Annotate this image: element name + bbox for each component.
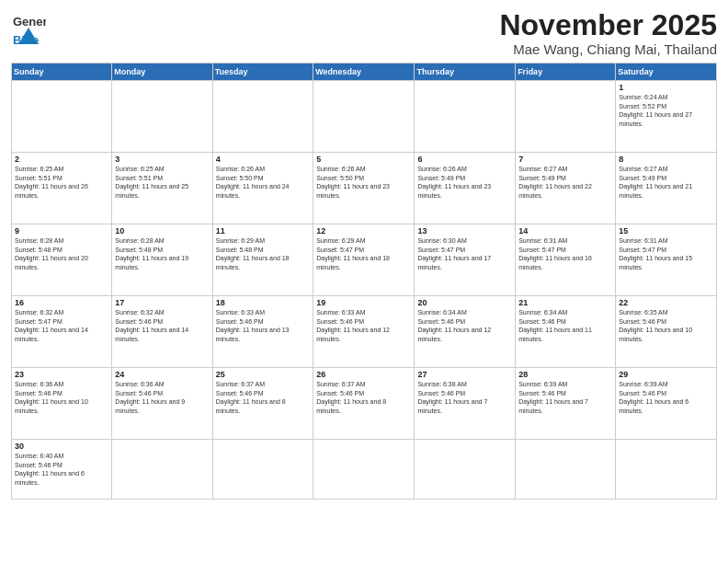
col-saturday: Saturday: [616, 63, 717, 81]
table-row: 1Sunrise: 6:24 AM Sunset: 5:52 PM Daylig…: [616, 81, 717, 153]
table-row: 20Sunrise: 6:34 AM Sunset: 5:46 PM Dayli…: [415, 296, 516, 368]
table-row: 4Sunrise: 6:26 AM Sunset: 5:50 PM Daylig…: [212, 153, 313, 224]
table-row: 18Sunrise: 6:33 AM Sunset: 5:46 PM Dayli…: [212, 296, 313, 368]
table-row: 23Sunrise: 6:36 AM Sunset: 5:46 PM Dayli…: [12, 368, 112, 440]
cell-info: Sunrise: 6:26 AM Sunset: 5:50 PM Dayligh…: [216, 165, 311, 200]
table-row: 8Sunrise: 6:27 AM Sunset: 5:49 PM Daylig…: [616, 153, 717, 224]
table-row: 17Sunrise: 6:32 AM Sunset: 5:46 PM Dayli…: [112, 296, 212, 368]
table-row: 10Sunrise: 6:28 AM Sunset: 5:48 PM Dayli…: [112, 224, 212, 296]
col-monday: Monday: [112, 63, 212, 81]
cell-info: Sunrise: 6:31 AM Sunset: 5:47 PM Dayligh…: [619, 236, 713, 271]
cell-date: 26: [316, 370, 411, 379]
cell-info: Sunrise: 6:36 AM Sunset: 5:46 PM Dayligh…: [15, 380, 108, 415]
table-row: 7Sunrise: 6:27 AM Sunset: 5:49 PM Daylig…: [516, 153, 616, 224]
cell-date: 17: [115, 298, 209, 307]
table-row: 5Sunrise: 6:26 AM Sunset: 5:50 PM Daylig…: [313, 153, 415, 224]
table-row: [415, 440, 516, 500]
cell-info: Sunrise: 6:39 AM Sunset: 5:46 PM Dayligh…: [518, 380, 612, 415]
cell-info: Sunrise: 6:31 AM Sunset: 5:47 PM Dayligh…: [518, 236, 612, 271]
table-row: 24Sunrise: 6:36 AM Sunset: 5:46 PM Dayli…: [112, 368, 212, 440]
cell-info: Sunrise: 6:27 AM Sunset: 5:49 PM Dayligh…: [619, 165, 713, 200]
cell-date: 6: [417, 155, 512, 164]
col-wednesday: Wednesday: [313, 63, 415, 81]
calendar-week-row: 9Sunrise: 6:28 AM Sunset: 5:48 PM Daylig…: [12, 224, 717, 296]
table-row: 11Sunrise: 6:29 AM Sunset: 5:48 PM Dayli…: [212, 224, 313, 296]
cell-date: 21: [518, 298, 612, 307]
cell-date: 16: [15, 298, 108, 307]
table-row: [212, 440, 313, 500]
cell-info: Sunrise: 6:32 AM Sunset: 5:46 PM Dayligh…: [115, 308, 209, 343]
cell-date: 19: [316, 298, 411, 307]
col-sunday: Sunday: [12, 63, 112, 81]
cell-info: Sunrise: 6:26 AM Sunset: 5:49 PM Dayligh…: [417, 165, 512, 200]
title-block: November 2025 Mae Wang, Chiang Mai, Thai…: [499, 9, 717, 57]
cell-info: Sunrise: 6:37 AM Sunset: 5:46 PM Dayligh…: [316, 380, 411, 415]
calendar-table: Sunday Monday Tuesday Wednesday Thursday…: [11, 63, 717, 500]
cell-date: 23: [15, 370, 108, 379]
table-row: 22Sunrise: 6:35 AM Sunset: 5:46 PM Dayli…: [616, 296, 717, 368]
cell-date: 28: [518, 370, 612, 379]
table-row: [616, 440, 717, 500]
cell-info: Sunrise: 6:39 AM Sunset: 5:46 PM Dayligh…: [619, 380, 713, 415]
location-title: Mae Wang, Chiang Mai, Thailand: [499, 41, 717, 57]
table-row: 27Sunrise: 6:38 AM Sunset: 5:46 PM Dayli…: [415, 368, 516, 440]
cell-date: 10: [115, 226, 209, 236]
table-row: [415, 81, 516, 153]
cell-date: 14: [518, 226, 612, 236]
calendar-week-row: 2Sunrise: 6:25 AM Sunset: 5:51 PM Daylig…: [12, 153, 717, 224]
table-row: [112, 440, 212, 500]
cell-info: Sunrise: 6:26 AM Sunset: 5:50 PM Dayligh…: [316, 165, 411, 200]
cell-date: 29: [619, 370, 713, 379]
table-row: [516, 81, 616, 153]
cell-date: 27: [417, 370, 512, 379]
cell-info: Sunrise: 6:30 AM Sunset: 5:47 PM Dayligh…: [417, 236, 512, 271]
table-row: 30Sunrise: 6:40 AM Sunset: 5:46 PM Dayli…: [12, 440, 112, 500]
table-row: [313, 81, 415, 153]
cell-date: 22: [619, 298, 713, 307]
cell-date: 12: [316, 226, 411, 236]
cell-date: 13: [417, 226, 512, 236]
cell-date: 18: [216, 298, 311, 307]
cell-info: Sunrise: 6:29 AM Sunset: 5:47 PM Dayligh…: [316, 236, 411, 271]
col-friday: Friday: [516, 63, 616, 81]
cell-info: Sunrise: 6:29 AM Sunset: 5:48 PM Dayligh…: [216, 236, 311, 271]
logo: General Blue: [11, 9, 50, 44]
table-row: [12, 81, 112, 153]
table-row: 12Sunrise: 6:29 AM Sunset: 5:47 PM Dayli…: [313, 224, 415, 296]
table-row: 2Sunrise: 6:25 AM Sunset: 5:51 PM Daylig…: [12, 153, 112, 224]
table-row: 16Sunrise: 6:32 AM Sunset: 5:47 PM Dayli…: [12, 296, 112, 368]
table-row: 29Sunrise: 6:39 AM Sunset: 5:46 PM Dayli…: [616, 368, 717, 440]
table-row: 28Sunrise: 6:39 AM Sunset: 5:46 PM Dayli…: [516, 368, 616, 440]
header: General Blue November 2025 Mae Wang, Chi…: [11, 9, 717, 57]
cell-date: 1: [619, 83, 713, 92]
calendar-week-row: 23Sunrise: 6:36 AM Sunset: 5:46 PM Dayli…: [12, 368, 717, 440]
cell-date: 9: [15, 226, 108, 236]
table-row: [112, 81, 212, 153]
cell-date: 8: [619, 155, 713, 164]
cell-date: 25: [216, 370, 311, 379]
table-row: 15Sunrise: 6:31 AM Sunset: 5:47 PM Dayli…: [616, 224, 717, 296]
table-row: 26Sunrise: 6:37 AM Sunset: 5:46 PM Dayli…: [313, 368, 415, 440]
cell-info: Sunrise: 6:35 AM Sunset: 5:46 PM Dayligh…: [619, 308, 713, 343]
table-row: 6Sunrise: 6:26 AM Sunset: 5:49 PM Daylig…: [415, 153, 516, 224]
table-row: [313, 440, 415, 500]
calendar-header-row: Sunday Monday Tuesday Wednesday Thursday…: [12, 63, 717, 81]
cell-info: Sunrise: 6:38 AM Sunset: 5:46 PM Dayligh…: [417, 380, 512, 415]
cell-date: 3: [115, 155, 209, 164]
table-row: 13Sunrise: 6:30 AM Sunset: 5:47 PM Dayli…: [415, 224, 516, 296]
table-row: [516, 440, 616, 500]
cell-info: Sunrise: 6:40 AM Sunset: 5:46 PM Dayligh…: [15, 452, 108, 487]
cell-date: 2: [15, 155, 108, 164]
calendar-week-row: 16Sunrise: 6:32 AM Sunset: 5:47 PM Dayli…: [12, 296, 717, 368]
calendar-week-row: 30Sunrise: 6:40 AM Sunset: 5:46 PM Dayli…: [12, 440, 717, 500]
cell-date: 15: [619, 226, 713, 236]
cell-date: 24: [115, 370, 209, 379]
table-row: [212, 81, 313, 153]
cell-info: Sunrise: 6:24 AM Sunset: 5:52 PM Dayligh…: [619, 93, 713, 128]
table-row: 21Sunrise: 6:34 AM Sunset: 5:46 PM Dayli…: [516, 296, 616, 368]
logo-icon: General Blue: [11, 9, 46, 44]
cell-info: Sunrise: 6:32 AM Sunset: 5:47 PM Dayligh…: [15, 308, 108, 343]
cell-info: Sunrise: 6:34 AM Sunset: 5:46 PM Dayligh…: [417, 308, 512, 343]
col-tuesday: Tuesday: [212, 63, 313, 81]
cell-info: Sunrise: 6:28 AM Sunset: 5:48 PM Dayligh…: [115, 236, 209, 271]
